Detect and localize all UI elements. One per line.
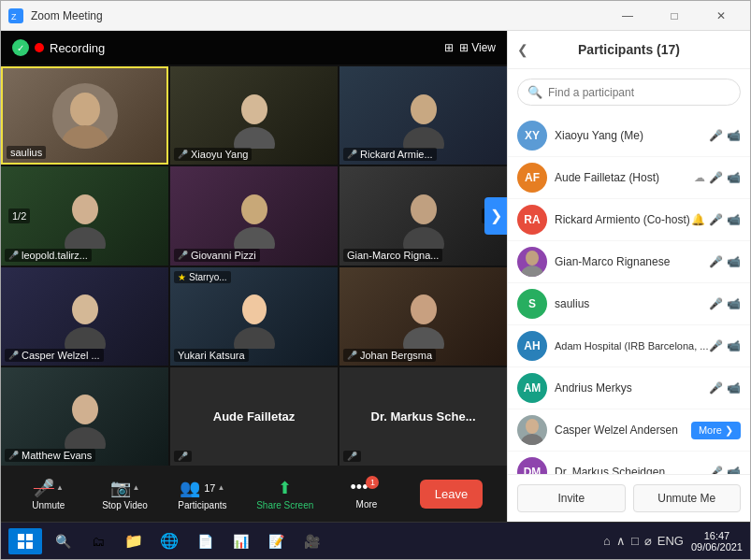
more-button[interactable]: ••• 1 More [343, 478, 390, 510]
cam-icon-gm: 📹 [727, 255, 741, 268]
view-button[interactable]: ⊞ ⊞ View [444, 41, 496, 54]
mute-icon5: 🎤 [8, 351, 19, 360]
svg-point-17 [234, 327, 275, 349]
more-participant-button[interactable]: More ❯ [691, 422, 741, 439]
video-cell-casper: 🎤 Casper Welzel ... [1, 267, 168, 366]
mic-muted-icon: 🎤 [709, 129, 723, 142]
search-input[interactable] [548, 86, 730, 99]
svg-rect-27 [26, 534, 33, 540]
cam-muted-icon3: 📹 [727, 381, 741, 395]
next-page-button[interactable]: ❯ [484, 197, 507, 235]
name-aude: Aude Failletaz (Host) [555, 171, 694, 184]
avatar-casper [517, 415, 547, 445]
participants-button[interactable]: 👥 17 ▲ Participants [178, 478, 226, 510]
close-button[interactable]: ✕ [700, 1, 743, 31]
cell-label-rickard: 🎤 Rickard Armie... [343, 148, 437, 161]
panel-header: ❮ Participants (17) [508, 31, 750, 69]
lang-indicator: ENG [657, 534, 684, 548]
cell-label-giovanni: 🎤 Giovanni Pizzi [174, 249, 260, 262]
icons-andrius: 🎤 📹 [709, 381, 741, 395]
video-cell-matthew: 🎤 Matthew Evans [1, 367, 168, 466]
start-button[interactable] [8, 528, 42, 554]
participants-icon: 👥 [180, 478, 200, 498]
svg-point-14 [72, 294, 98, 324]
participant-item-xiaoyu: XY Xiaoyu Yang (Me) 🎤 📹 [508, 115, 750, 157]
taskbar-edge[interactable]: 🌐 [152, 524, 186, 558]
leave-button[interactable]: Leave [420, 480, 483, 509]
taskbar: 🔍 🗂 📁 🌐 📄 📊 📝 🎥 ⌂ ∧ □ ⌀ ENG 16:47 09/06/… [1, 522, 750, 559]
share-screen-button[interactable]: ⬆ Share Screen [256, 478, 313, 510]
cloud-icon: ☁ [694, 171, 705, 184]
taskbar-right: ⌂ ∧ □ ⌀ ENG 16:47 09/06/2021 [603, 530, 743, 553]
taskbar-taskview[interactable]: 🗂 [81, 524, 115, 558]
invite-button[interactable]: Invite [517, 484, 626, 512]
video-cell-gianmarco: Gian-Marco Rigna... 1/2 ❯ [339, 166, 507, 265]
svg-point-10 [241, 194, 267, 224]
cam-muted-icon4: 📹 [727, 466, 741, 474]
svg-point-4 [241, 94, 267, 124]
avatar-aude: AF [517, 163, 547, 193]
mute-icon3: 🎤 [8, 251, 19, 260]
taskbar-powerpoint[interactable]: 📊 [224, 524, 257, 558]
svg-point-24 [526, 419, 539, 434]
svg-point-23 [521, 266, 543, 277]
svg-point-8 [72, 194, 98, 224]
search-icon: 🔍 [527, 85, 542, 99]
avatar-andrius: AM [517, 373, 547, 403]
taskbar-search[interactable]: 🔍 [46, 524, 79, 558]
taskbar-word[interactable]: 📝 [259, 524, 293, 558]
search-box[interactable]: 🔍 [517, 79, 741, 106]
icons-gianmarco: 🎤 📹 [709, 255, 741, 268]
icons-markus: 🎤 📹 [709, 466, 741, 474]
svg-point-11 [234, 227, 275, 249]
participants-label: Participants [178, 500, 226, 510]
svg-point-25 [521, 434, 543, 445]
cell-label-saulius: saulius [7, 146, 46, 159]
unmute-label: Unmute [32, 500, 65, 510]
minimize-button[interactable]: — [606, 1, 649, 31]
icons-saulius: 🎤 📹 [709, 297, 741, 310]
mute-icon: 🎤 [178, 150, 188, 159]
recording-dot [35, 43, 44, 52]
taskbar-explorer[interactable]: 📁 [117, 524, 151, 558]
mute-icon8: 🎤 [178, 452, 188, 461]
video-caret: ▲ [133, 483, 140, 492]
zoom-window: Z Zoom Meeting — □ ✕ ✓ Recording ⊞ ⊞ Vie… [0, 0, 751, 560]
video-cell-saulius: saulius [1, 66, 168, 165]
name-rickard: Rickard Armiento (Co-host) [555, 213, 691, 226]
maximize-button[interactable]: □ [653, 1, 696, 31]
svg-rect-28 [18, 542, 24, 549]
unmute-button[interactable]: 🎤 ▲ Unmute [25, 478, 72, 510]
taskbar-zoom[interactable]: 🎥 [295, 524, 328, 558]
expand-icon[interactable]: ∧ [616, 534, 626, 548]
video-cell-leopold: 🎤 leopold.talirz... 1/2 [1, 166, 168, 265]
avatar-rickard: RA [517, 205, 547, 235]
icons-xiaoyu: 🎤 📹 [709, 129, 741, 142]
mic-muted-icon5: 🎤 [709, 381, 723, 395]
svg-point-19 [403, 327, 444, 349]
icons-casper: More ❯ [691, 422, 741, 439]
mic-muted-icon3: 🎤 [709, 213, 723, 226]
cell-label-markus: 🎤 [343, 451, 361, 462]
taskbar-acrobat[interactable]: 📄 [188, 524, 222, 558]
markus-name: Dr. Markus Sche... [371, 409, 476, 424]
date-display: 09/06/2021 [691, 541, 743, 553]
avatar-saulius: S [517, 289, 547, 319]
cell-label-johan: 🎤 Johan Bergsma [343, 349, 436, 362]
svg-point-20 [72, 395, 98, 424]
svg-point-13 [403, 227, 444, 249]
video-cell-xiaoyu: 🎤 Xiaoyu Yang [170, 66, 338, 165]
cell-label-leopold: 🎤 leopold.talirz... [5, 249, 92, 262]
mic-icon-gm: 🎤 [709, 255, 723, 268]
svg-point-15 [65, 327, 106, 349]
cell-label-gianmarco: Gian-Marco Rigna... [343, 249, 442, 262]
mic-icon-s: 🎤 [709, 297, 723, 310]
panel-collapse-button[interactable]: ❮ [517, 42, 528, 57]
share-icon: ⬆ [278, 478, 292, 498]
video-topbar: ✓ Recording ⊞ ⊞ View [1, 31, 507, 65]
participant-item-saulius: S saulius 🎤 📹 [508, 283, 750, 325]
unmute-me-button[interactable]: Unmute Me [633, 484, 742, 512]
video-area: ✓ Recording ⊞ ⊞ View [1, 31, 507, 522]
name-markus: Dr. Markus Scheidgen [555, 466, 709, 474]
stop-video-button[interactable]: 📷 ▲ Stop Video [102, 478, 149, 510]
